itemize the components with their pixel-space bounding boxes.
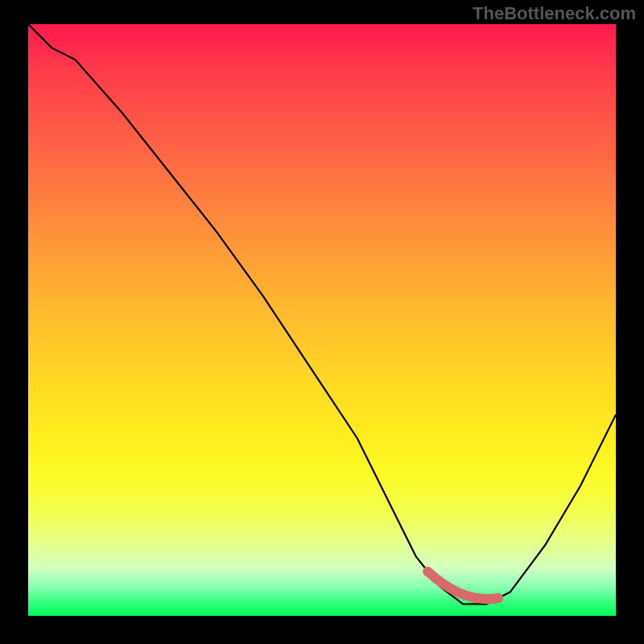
watermark-text: TheBottleneck.com (473, 3, 636, 24)
highlight-end-dot (493, 593, 503, 603)
bottleneck-curve (28, 24, 616, 604)
plot-area (28, 24, 616, 616)
optimal-range-highlight (427, 572, 498, 599)
chart-svg (28, 24, 616, 616)
highlight-start-dot (423, 567, 432, 576)
